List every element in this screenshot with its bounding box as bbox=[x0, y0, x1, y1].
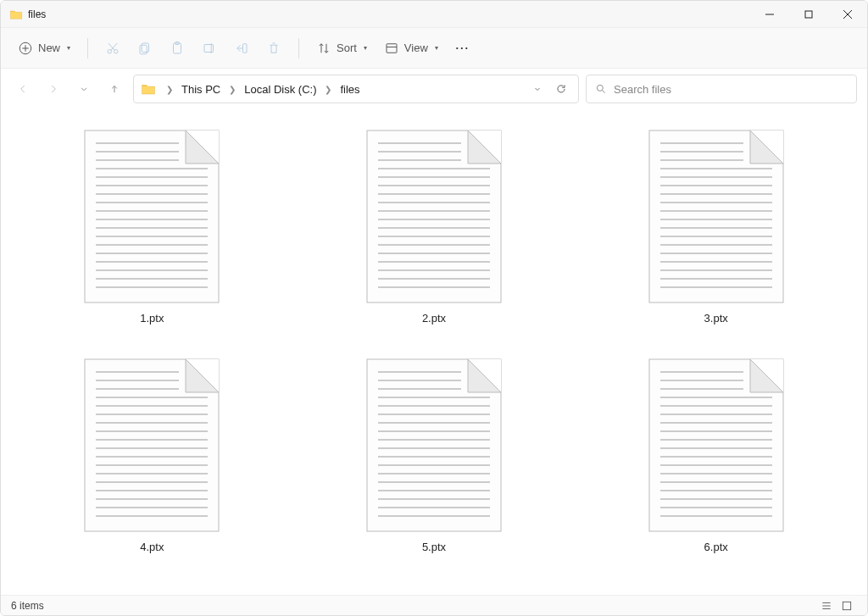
document-icon bbox=[84, 358, 220, 532]
folder-icon bbox=[141, 81, 156, 97]
file-pane[interactable]: 1.ptx2.ptx3.ptx4.ptx5.ptx6.ptx bbox=[1, 109, 867, 595]
chevron-down-icon: ▾ bbox=[364, 44, 367, 52]
breadcrumb-item[interactable]: This PC bbox=[180, 81, 222, 97]
search-box[interactable] bbox=[586, 75, 857, 103]
new-button-label: New bbox=[38, 42, 60, 54]
refresh-button[interactable] bbox=[551, 79, 571, 99]
more-button[interactable]: ··· bbox=[448, 34, 477, 63]
file-label: 1.ptx bbox=[140, 312, 164, 325]
file-item[interactable]: 5.ptx bbox=[358, 358, 510, 553]
chevron-down-icon: ▾ bbox=[435, 44, 438, 52]
cut-button[interactable] bbox=[98, 34, 127, 63]
item-count: 6 items bbox=[11, 600, 44, 612]
chevron-right-icon: ❯ bbox=[321, 85, 335, 94]
details-view-button[interactable] bbox=[816, 598, 837, 613]
back-button[interactable] bbox=[11, 77, 35, 101]
file-label: 6.ptx bbox=[704, 541, 728, 553]
search-input[interactable] bbox=[614, 83, 848, 96]
file-label: 4.ptx bbox=[140, 541, 164, 553]
share-button[interactable] bbox=[227, 34, 256, 63]
rename-button[interactable] bbox=[195, 34, 224, 63]
svg-rect-40 bbox=[387, 43, 397, 53]
view-button-label: View bbox=[404, 42, 428, 54]
file-item[interactable]: 6.ptx bbox=[640, 358, 793, 553]
copy-button[interactable] bbox=[131, 34, 159, 63]
view-button[interactable]: View ▾ bbox=[377, 34, 445, 63]
file-label: 2.ptx bbox=[422, 312, 446, 325]
document-icon bbox=[366, 358, 502, 532]
document-icon bbox=[366, 130, 502, 303]
divider bbox=[87, 38, 88, 58]
file-item[interactable]: 1.ptx bbox=[75, 130, 228, 325]
sort-button-label: Sort bbox=[337, 42, 357, 54]
window-title: files bbox=[28, 8, 46, 20]
chevron-right-icon: ❯ bbox=[163, 85, 176, 94]
svg-rect-37 bbox=[204, 44, 214, 52]
file-label: 3.ptx bbox=[704, 312, 728, 325]
svg-line-43 bbox=[603, 91, 605, 93]
navrow: ❯ This PC ❯ Local Disk (C:) ❯ files bbox=[1, 69, 867, 109]
sort-button[interactable]: Sort ▾ bbox=[309, 34, 374, 63]
document-icon bbox=[648, 358, 784, 532]
svg-point-42 bbox=[597, 85, 603, 91]
file-item[interactable]: 3.ptx bbox=[640, 130, 793, 325]
file-item[interactable]: 4.ptx bbox=[75, 358, 228, 553]
minimize-button[interactable] bbox=[750, 1, 789, 28]
svg-rect-47 bbox=[843, 602, 850, 609]
paste-button[interactable] bbox=[163, 34, 192, 63]
breadcrumb-item[interactable]: files bbox=[338, 81, 361, 97]
chevron-down-icon: ▾ bbox=[67, 44, 70, 52]
file-label: 5.ptx bbox=[422, 541, 446, 553]
up-button[interactable] bbox=[103, 77, 126, 101]
close-button[interactable] bbox=[828, 1, 867, 28]
document-icon bbox=[84, 130, 220, 303]
statusbar: 6 items bbox=[1, 595, 867, 615]
document-icon bbox=[648, 130, 784, 303]
svg-rect-23 bbox=[805, 11, 812, 18]
delete-button[interactable] bbox=[259, 34, 288, 63]
svg-rect-33 bbox=[142, 43, 148, 53]
divider bbox=[298, 38, 299, 58]
svg-rect-39 bbox=[243, 43, 248, 53]
chevron-right-icon: ❯ bbox=[225, 85, 239, 94]
forward-button[interactable] bbox=[42, 77, 65, 101]
maximize-button[interactable] bbox=[789, 1, 828, 28]
address-bar[interactable]: ❯ This PC ❯ Local Disk (C:) ❯ files bbox=[133, 75, 579, 103]
toolbar: New ▾ Sort ▾ View ▾ ··· bbox=[1, 28, 867, 69]
icons-view-button[interactable] bbox=[837, 598, 857, 613]
recent-locations-button[interactable] bbox=[72, 77, 96, 101]
search-icon bbox=[595, 83, 607, 95]
titlebar: files bbox=[1, 1, 867, 28]
svg-rect-34 bbox=[140, 45, 147, 54]
new-button[interactable]: New ▾ bbox=[11, 34, 77, 63]
breadcrumb-item[interactable]: Local Disk (C:) bbox=[242, 81, 318, 97]
file-item[interactable]: 2.ptx bbox=[358, 130, 510, 325]
folder-icon bbox=[9, 8, 23, 21]
address-dropdown-button[interactable] bbox=[527, 79, 548, 99]
